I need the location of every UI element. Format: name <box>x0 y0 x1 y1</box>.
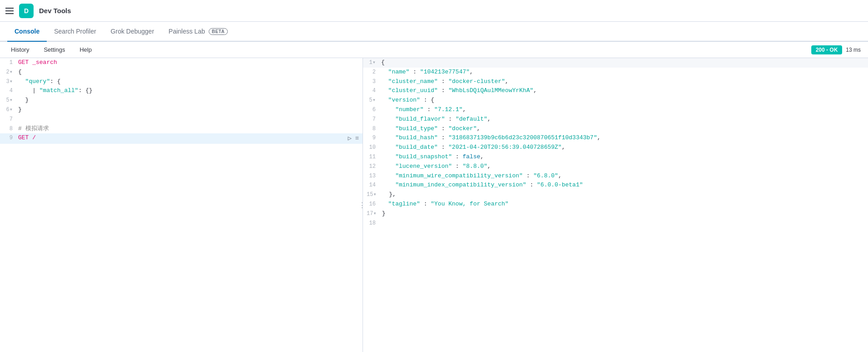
editor-line-4: 4 | "match_all": {} <box>0 86 363 96</box>
output-code[interactable]: 1▾ { 2 "name" : "104213e77547", 3 "clust… <box>363 58 868 352</box>
toolbar: History Settings Help 200 - OK 13 ms <box>0 42 868 58</box>
history-button[interactable]: History <box>7 44 33 55</box>
tab-bar: Console Search Profiler Grok Debugger Pa… <box>0 22 868 42</box>
app-avatar: D <box>19 4 34 18</box>
output-line-7: 7 "build_flavor" : "default", <box>363 115 868 124</box>
output-line-6: 6 "number" : "7.12.1", <box>363 105 868 115</box>
menu-icon[interactable] <box>5 8 14 14</box>
help-button[interactable]: Help <box>76 44 95 55</box>
tab-painless-lab[interactable]: Painless Lab BETA <box>162 22 235 42</box>
output-line-18: 18 <box>363 219 868 228</box>
editor-line-5: 5▾ } <box>0 96 363 105</box>
editor-pane: 1 GET _search 2▾ { 3▾ "query": { 4 | "ma… <box>0 58 363 352</box>
output-pane: 1▾ { 2 "name" : "104213e77547", 3 "clust… <box>363 58 868 352</box>
app-title: Dev Tools <box>39 7 71 15</box>
copy-icon[interactable]: ⌗ <box>355 133 359 143</box>
output-line-14: 14 "minimum_index_compatibility_version"… <box>363 181 868 190</box>
output-line-9: 9 "build_hash" : "3186837139b9c6b6d23c32… <box>363 133 868 143</box>
status-time: 13 ms <box>846 47 861 53</box>
editor-line-2: 2▾ { <box>0 68 363 77</box>
status-badge: 200 - OK <box>811 45 843 54</box>
status-container: 200 - OK 13 ms <box>811 45 861 54</box>
tab-console[interactable]: Console <box>7 22 47 42</box>
main-content: 1 GET _search 2▾ { 3▾ "query": { 4 | "ma… <box>0 58 868 352</box>
tab-grok-debugger[interactable]: Grok Debugger <box>103 22 162 42</box>
tab-search-profiler[interactable]: Search Profiler <box>47 22 103 42</box>
editor-line-9: 9 GET / ▷ ⌗ <box>0 133 363 143</box>
output-line-5: 5▾ "version" : { <box>363 96 868 105</box>
run-icon[interactable]: ▷ <box>348 133 352 143</box>
settings-button[interactable]: Settings <box>40 44 69 55</box>
editor-line-3: 3▾ "query": { <box>0 77 363 87</box>
output-line-8: 8 "build_type" : "docker", <box>363 124 868 134</box>
code-editor[interactable]: 1 GET _search 2▾ { 3▾ "query": { 4 | "ma… <box>0 58 363 352</box>
output-line-10: 10 "build_date" : "2021-04-20T20:56:39.0… <box>363 143 868 152</box>
editor-line-1: 1 GET _search <box>0 58 363 68</box>
output-line-15: 15▾ }, <box>363 190 868 200</box>
output-line-12: 12 "lucene_version" : "8.8.0", <box>363 162 868 171</box>
output-line-1: 1▾ { <box>363 58 868 68</box>
output-line-17: 17▾ } <box>363 209 868 219</box>
output-line-13: 13 "minimum_wire_compatibility_version" … <box>363 171 868 181</box>
editor-line-7: 7 <box>0 115 363 124</box>
top-bar: D Dev Tools <box>0 0 868 22</box>
output-line-4: 4 "cluster_uuid" : "WhbLsDQiQAulMMeowYrK… <box>363 86 868 96</box>
output-line-16: 16 "tagline" : "You Know, for Search" <box>363 200 868 209</box>
editor-line-8: 8 # 模拟请求 <box>0 124 363 134</box>
beta-badge: BETA <box>209 28 228 35</box>
output-line-11: 11 "build_snapshot" : false, <box>363 152 868 162</box>
output-line-2: 2 "name" : "104213e77547", <box>363 68 868 77</box>
output-line-3: 3 "cluster_name" : "docker-cluster", <box>363 77 868 87</box>
resize-handle[interactable]: ⋮ <box>361 58 363 352</box>
editor-line-6: 6▾ } <box>0 105 363 115</box>
